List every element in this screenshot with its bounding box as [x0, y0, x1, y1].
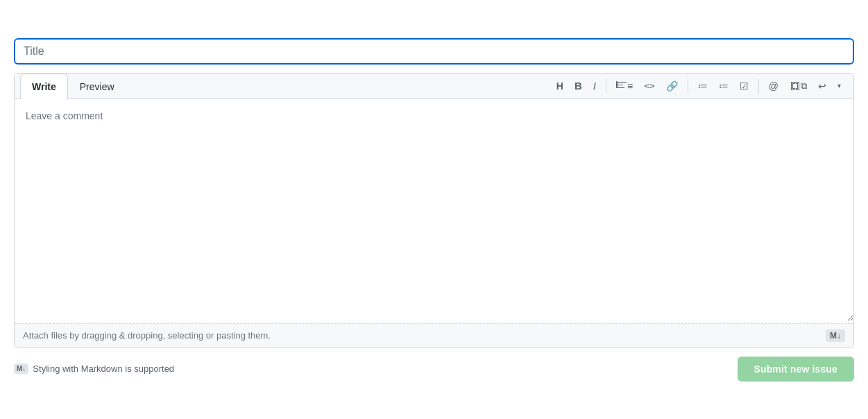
- tab-write[interactable]: Write: [20, 74, 68, 99]
- markdown-badge-small: M↓: [14, 364, 28, 374]
- bold-button[interactable]: B: [570, 78, 586, 94]
- tabs-toolbar: Write Preview H B I: [15, 74, 853, 99]
- toolbar-separator-1: [606, 79, 606, 93]
- title-input[interactable]: [14, 38, 854, 65]
- ordered-list-button[interactable]: ≔: [715, 78, 733, 94]
- markdown-badge: M↓: [826, 330, 845, 342]
- undo-button[interactable]: ↩: [814, 78, 831, 94]
- reference-icon: [790, 80, 801, 92]
- markdown-support: M↓ Styling with Markdown is supported: [14, 364, 174, 374]
- toolbar-separator-2: [688, 79, 688, 93]
- link-button[interactable]: 🔗: [662, 78, 682, 94]
- tabs-container: Write Preview: [20, 74, 126, 99]
- quote-icon: [616, 80, 627, 92]
- footer: M↓ Styling with Markdown is supported Su…: [14, 357, 854, 382]
- reference-button[interactable]: ⧉: [785, 78, 811, 94]
- editor-body: [15, 99, 853, 323]
- submit-button[interactable]: Submit new issue: [738, 357, 855, 382]
- italic-button[interactable]: I: [589, 78, 600, 94]
- toolbar-icons: H B I ≡ <>: [550, 74, 848, 99]
- code-button[interactable]: <>: [640, 78, 659, 93]
- unordered-list-button[interactable]: ≔: [694, 78, 712, 94]
- attach-text: Attach files by dragging & dropping, sel…: [23, 330, 271, 341]
- comment-textarea[interactable]: [15, 99, 853, 321]
- undo-dropdown-button[interactable]: ▾: [833, 80, 845, 92]
- issue-form: Write Preview H B I: [14, 24, 854, 395]
- editor-wrapper: Write Preview H B I: [14, 73, 854, 348]
- svg-rect-0: [616, 81, 618, 88]
- toolbar-separator-3: [758, 79, 759, 93]
- mention-button[interactable]: @: [765, 78, 783, 94]
- attach-bar: Attach files by dragging & dropping, sel…: [15, 323, 853, 348]
- tab-preview[interactable]: Preview: [68, 74, 126, 99]
- heading-button[interactable]: H: [552, 78, 568, 94]
- task-list-button[interactable]: ☑: [735, 78, 753, 94]
- markdown-support-text: Styling with Markdown is supported: [33, 364, 174, 374]
- quote-button[interactable]: ≡: [612, 78, 637, 94]
